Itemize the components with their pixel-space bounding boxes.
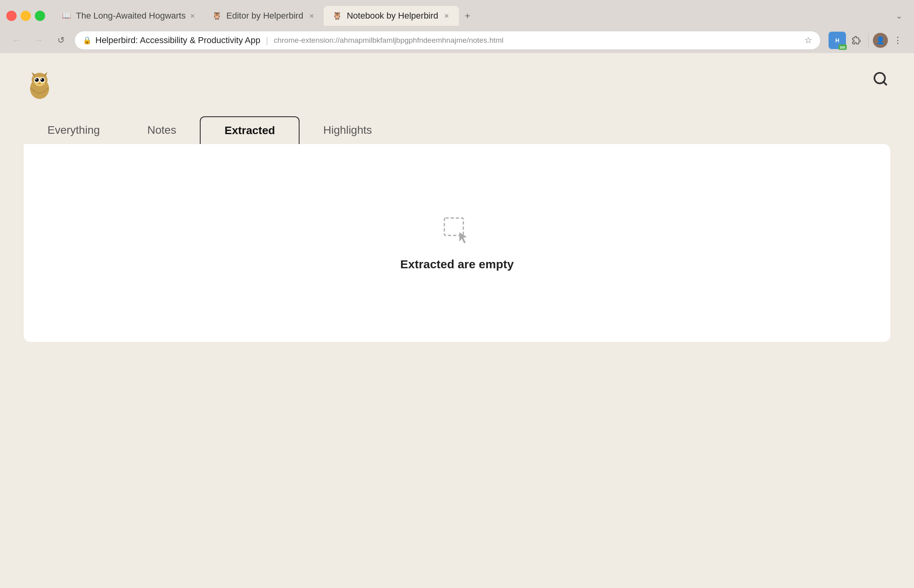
tab-overflow-button[interactable]: ⌄ (890, 7, 908, 25)
extensions-icon[interactable] (848, 32, 864, 48)
tab-notes-label: Notes (147, 124, 176, 136)
svg-marker-12 (32, 72, 36, 76)
content-area: Extracted are empty (24, 144, 890, 342)
window-close-button[interactable] (6, 11, 17, 21)
tab-hogwarts-label: The Long-Awaited Hogwarts (76, 11, 186, 21)
browser-chrome: 📖 The Long-Awaited Hogwarts ✕ 🦉 Editor b… (0, 0, 914, 53)
tab-everything[interactable]: Everything (24, 117, 123, 144)
helperbird-on-badge: on (838, 44, 847, 50)
svg-rect-16 (444, 218, 463, 235)
back-button[interactable]: ← (8, 32, 25, 49)
window-minimize-button[interactable] (21, 11, 31, 21)
site-name: Helperbird: Accessibility & Productivity… (95, 35, 260, 46)
tab-everything-label: Everything (47, 124, 100, 136)
forward-button[interactable]: → (30, 32, 47, 49)
address-separator: | (266, 35, 268, 46)
page-content: Everything Notes Extracted Highlights Ex… (0, 53, 914, 588)
lock-icon: 🔒 (83, 36, 91, 45)
svg-marker-13 (44, 72, 47, 76)
empty-state-icon (441, 215, 473, 247)
tab-extracted[interactable]: Extracted (200, 116, 300, 144)
window-controls (6, 11, 45, 21)
forward-icon: → (34, 35, 43, 46)
address-bar-row: ← → ↺ 🔒 Helperbird: Accessibility & Prod… (0, 28, 914, 53)
tab-editor-close[interactable]: ✕ (307, 11, 316, 20)
tab-editor-favicon: 🦉 (211, 10, 222, 21)
address-bar-actions: ☆ (804, 35, 812, 46)
tab-hogwarts-close[interactable]: ✕ (190, 11, 195, 20)
tab-hogwarts[interactable]: 📖 The Long-Awaited Hogwarts ✕ (53, 6, 203, 26)
tab-bar: 📖 The Long-Awaited Hogwarts ✕ 🦉 Editor b… (0, 0, 914, 28)
empty-state: Extracted are empty (400, 215, 514, 271)
svg-point-6 (36, 79, 37, 80)
tab-extracted-label: Extracted (224, 124, 275, 137)
tab-hogwarts-favicon: 📖 (61, 10, 72, 21)
tab-highlights[interactable]: Highlights (300, 117, 396, 144)
tab-editor-label: Editor by Helperbird (226, 11, 303, 21)
tab-notebook-favicon: 🦉 (332, 10, 343, 21)
back-icon: ← (12, 35, 21, 46)
tab-notebook-label: Notebook by Helperbird (347, 11, 438, 21)
svg-line-15 (884, 82, 886, 85)
reload-button[interactable]: ↺ (52, 32, 70, 49)
helperbird-extension-icon[interactable]: H on (829, 32, 846, 49)
tab-notebook-close[interactable]: ✕ (442, 11, 451, 20)
svg-point-10 (41, 79, 42, 80)
profile-icon[interactable]: 👤 (873, 33, 888, 48)
reload-icon: ↺ (57, 35, 64, 46)
window-maximize-button[interactable] (35, 11, 45, 21)
star-icon[interactable]: ☆ (804, 35, 812, 46)
tab-highlights-label: Highlights (323, 124, 372, 136)
toolbar-icons: H on 👤 ⋮ (829, 32, 906, 49)
tabs-navigation: Everything Notes Extracted Highlights (24, 116, 890, 144)
search-button[interactable] (870, 69, 890, 89)
more-options-button[interactable]: ⋮ (890, 32, 906, 48)
helperbird-logo (24, 69, 55, 101)
page-header (24, 69, 890, 101)
toolbar-divider (868, 33, 869, 47)
tab-editor[interactable]: 🦉 Editor by Helperbird ✕ (203, 6, 324, 26)
url-path: chrome-extension://ahmapmilbkfamljbpgphf… (274, 36, 504, 45)
add-tab-icon: + (465, 10, 470, 21)
tab-notes[interactable]: Notes (123, 117, 200, 144)
add-tab-button[interactable]: + (459, 7, 476, 25)
tab-overflow-icon: ⌄ (896, 11, 903, 21)
address-bar[interactable]: 🔒 Helperbird: Accessibility & Productivi… (74, 31, 821, 50)
empty-state-message: Extracted are empty (400, 258, 514, 271)
tab-notebook[interactable]: 🦉 Notebook by Helperbird ✕ (324, 6, 459, 26)
